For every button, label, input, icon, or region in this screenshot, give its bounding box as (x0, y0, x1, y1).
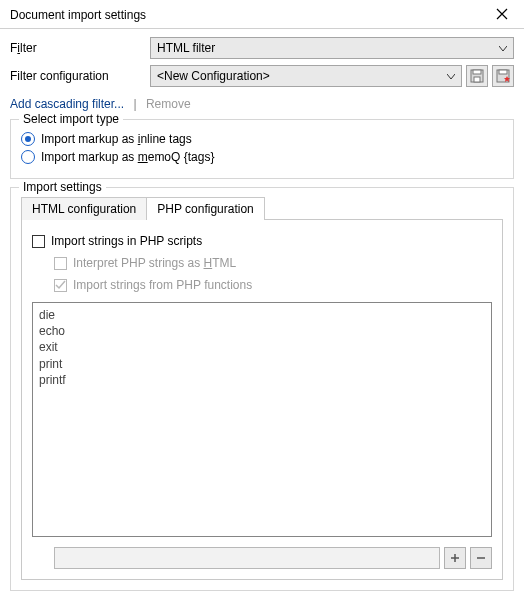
filter-config-combobox[interactable]: <New Configuration> (150, 65, 462, 87)
disk-icon (470, 69, 484, 83)
php-tab-panel: Import strings in PHP scripts Interpret … (21, 219, 503, 580)
settings-tabs: HTML configuration PHP configuration (21, 196, 503, 219)
chevron-down-icon (447, 71, 455, 82)
remove-filter-link: Remove (146, 97, 191, 111)
import-settings-group: Import settings HTML configuration PHP c… (10, 187, 514, 591)
list-item[interactable]: die (39, 307, 485, 323)
filter-row: Filter HTML filter (10, 37, 514, 59)
svg-rect-1 (473, 70, 481, 74)
checkbox-icon (54, 279, 67, 292)
import-php-functions-label: Import strings from PHP functions (73, 278, 252, 292)
new-config-button[interactable] (492, 65, 514, 87)
checkbox-icon (32, 235, 45, 248)
minus-icon (475, 552, 487, 564)
import-php-functions-checkbox: Import strings from PHP functions (54, 278, 492, 292)
select-import-type-legend: Select import type (19, 112, 123, 126)
tab-php-configuration[interactable]: PHP configuration (146, 197, 265, 220)
remove-function-button[interactable] (470, 547, 492, 569)
add-function-button[interactable] (444, 547, 466, 569)
list-item[interactable]: exit (39, 339, 485, 355)
document-import-settings-dialog: Document import settings Filter HTML fil… (0, 0, 524, 597)
filter-config-label: Filter configuration (10, 69, 150, 83)
interpret-php-html-label: Interpret PHP strings as HTML (73, 256, 236, 270)
import-php-strings-checkbox[interactable]: Import strings in PHP scripts (32, 234, 492, 248)
php-functions-listbox[interactable]: die echo exit print printf (32, 302, 492, 537)
import-settings-legend: Import settings (19, 180, 106, 194)
filter-config-row: Filter configuration <New Configuration> (10, 65, 514, 87)
tab-html-configuration[interactable]: HTML configuration (21, 197, 147, 220)
radio-memoq-tags-label: Import markup as memoQ {tags} (41, 150, 214, 164)
radio-icon (21, 150, 35, 164)
plus-icon (449, 552, 461, 564)
php-function-add-row (54, 547, 492, 569)
select-import-type-group: Select import type Import markup as inli… (10, 119, 514, 179)
filter-value: HTML filter (157, 41, 215, 55)
radio-icon (21, 132, 35, 146)
filter-combobox[interactable]: HTML filter (150, 37, 514, 59)
php-function-input[interactable] (54, 547, 440, 569)
checkbox-icon (54, 257, 67, 270)
filter-config-value: <New Configuration> (157, 69, 270, 83)
separator: | (133, 97, 136, 111)
dialog-title: Document import settings (10, 8, 146, 22)
list-item[interactable]: print (39, 356, 485, 372)
chevron-down-icon (499, 43, 507, 54)
radio-inline-tags-label: Import markup as inline tags (41, 132, 192, 146)
filter-label: Filter (10, 41, 150, 55)
list-item[interactable]: printf (39, 372, 485, 388)
radio-memoq-tags[interactable]: Import markup as memoQ {tags} (21, 150, 503, 164)
svg-rect-4 (499, 70, 507, 74)
close-icon[interactable] (490, 6, 514, 24)
list-item[interactable]: echo (39, 323, 485, 339)
svg-rect-2 (474, 77, 480, 82)
import-php-strings-label: Import strings in PHP scripts (51, 234, 202, 248)
interpret-php-html-checkbox: Interpret PHP strings as HTML (54, 256, 492, 270)
disk-star-icon (496, 69, 510, 83)
cascading-filter-linkbar: Add cascading filter... | Remove (10, 97, 514, 111)
add-cascading-filter-link[interactable]: Add cascading filter... (10, 97, 124, 111)
radio-inline-tags[interactable]: Import markup as inline tags (21, 132, 503, 146)
titlebar: Document import settings (0, 0, 524, 29)
save-config-button[interactable] (466, 65, 488, 87)
